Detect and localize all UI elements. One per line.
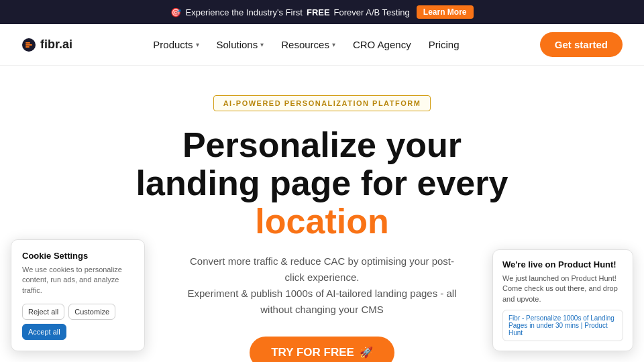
cookie-banner: Cookie Settings We use cookies to person… (11, 239, 145, 351)
cookie-text: We use cookies to personalize content, r… (22, 265, 133, 296)
navbar: fibr.ai Products ▾ Solutions ▾ Resources… (0, 24, 644, 66)
cookie-buttons: Reject all Customize Accept all (22, 304, 133, 340)
learn-more-button[interactable]: Learn More (417, 5, 474, 19)
nav-links: Products ▾ Solutions ▾ Resources ▾ CRO A… (146, 34, 466, 56)
try-free-button[interactable]: TRY FOR FREE 🚀 (250, 337, 394, 362)
nav-pricing[interactable]: Pricing (422, 34, 466, 56)
hero-subtext: Convert more traffic & reduce CAC by opt… (181, 253, 463, 318)
hero-headline: Personalize your landing page for every … (101, 126, 543, 241)
nav-products[interactable]: Products ▾ (146, 34, 205, 56)
logo-icon (21, 38, 36, 52)
banner-bold: FREE (307, 7, 330, 17)
rocket-icon: 🚀 (360, 346, 373, 359)
get-started-button[interactable]: Get started (540, 32, 623, 57)
banner-text: 🎯 Experience the Industry's First FREE F… (170, 7, 409, 17)
chevron-down-icon: ▾ (260, 41, 264, 48)
cookie-title: Cookie Settings (22, 251, 133, 261)
logo-text: fibr.ai (40, 38, 72, 52)
accept-all-button[interactable]: Accept all (22, 324, 66, 340)
nav-cro-agency[interactable]: CRO Agency (346, 34, 418, 56)
banner-text-main: Experience the Industry's First (185, 7, 302, 17)
product-hunt-toast: We're live on Product Hunt! We just laun… (492, 249, 633, 351)
chevron-down-icon: ▾ (332, 41, 335, 48)
ph-text: We just launched on Product Hunt! Come c… (502, 274, 623, 304)
nav-solutions[interactable]: Solutions ▾ (210, 34, 271, 56)
ph-link[interactable]: Fibr - Personalize 1000s of Landing Page… (502, 310, 623, 341)
top-banner: 🎯 Experience the Industry's First FREE F… (0, 0, 644, 24)
ph-title: We're live on Product Hunt! (502, 259, 623, 269)
reject-all-button[interactable]: Reject all (22, 304, 64, 320)
banner-text2: Forever A/B Testing (334, 7, 410, 17)
hero-badge: AI-POWERED PERSONALIZATION PLATFORM (213, 95, 431, 111)
logo[interactable]: fibr.ai (21, 38, 72, 52)
nav-resources[interactable]: Resources ▾ (274, 34, 342, 56)
customize-button[interactable]: Customize (68, 304, 115, 320)
chevron-down-icon: ▾ (196, 41, 199, 48)
